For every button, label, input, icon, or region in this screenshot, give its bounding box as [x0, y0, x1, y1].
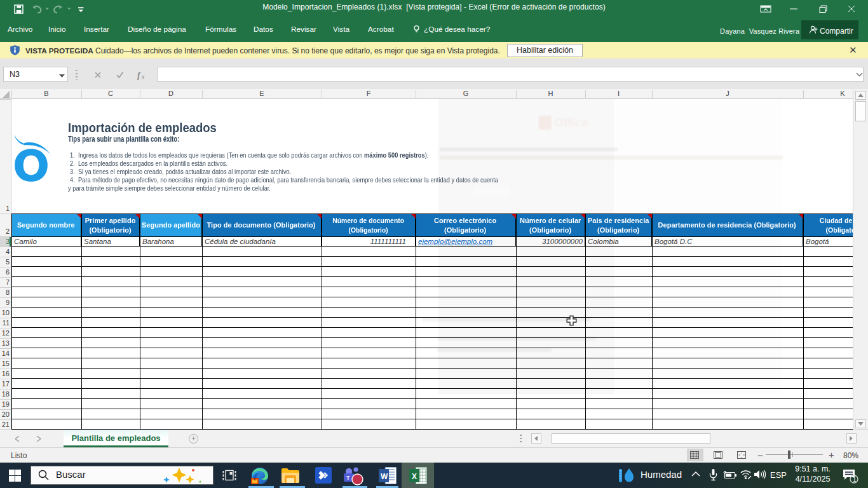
svg-text:X: X: [412, 472, 417, 481]
svg-text:1: 1: [853, 476, 857, 483]
svg-text:x: x: [141, 73, 145, 80]
svg-text:T: T: [346, 475, 350, 481]
svg-text:f: f: [137, 71, 141, 80]
svg-text:W: W: [381, 472, 388, 481]
